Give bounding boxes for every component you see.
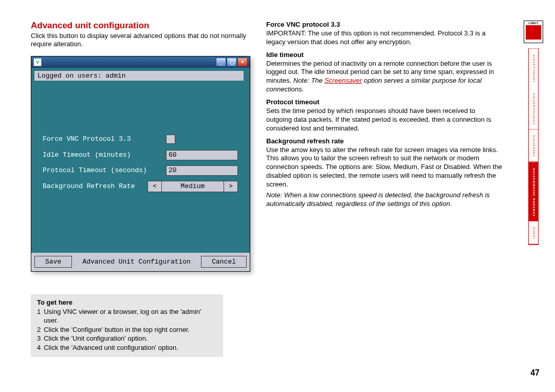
section-title: Advanced unit configuration xyxy=(31,21,252,31)
desc-idle-timeout: Idle timeout Determines the period of in… xyxy=(266,51,503,94)
logged-on-users: Logged on users: admin xyxy=(34,71,244,81)
cancel-button[interactable]: Cancel xyxy=(201,256,247,268)
window-bottom-bar: Save Advanced Unit Configuration Cancel xyxy=(31,253,250,271)
minimize-button[interactable]: _ xyxy=(216,58,226,67)
row-idle-timeout: Idle Timeout (minutes) xyxy=(43,150,238,160)
help-title: To get here xyxy=(37,298,217,306)
label-force-vnc: Force VNC Protocol 3.3 xyxy=(43,135,166,143)
row-force-vnc: Force VNC Protocol 3.3 xyxy=(43,135,238,144)
row-refresh-rate: Background Refresh Rate < Medium > xyxy=(43,181,238,192)
nav-configuration[interactable]: configuration xyxy=(529,87,538,130)
refresh-rate-value: Medium xyxy=(162,181,224,192)
arrow-left-icon[interactable]: < xyxy=(147,181,162,192)
help-step: 2Click the 'Configure' button in the top… xyxy=(37,325,217,334)
window-titlebar: V _ ▢ × xyxy=(31,57,250,68)
input-idle-timeout[interactable] xyxy=(166,150,238,160)
help-step: 3Click the 'Unit configuration' option. xyxy=(37,334,217,343)
label-refresh-rate: Background Refresh Rate xyxy=(43,182,147,190)
checkbox-force-vnc[interactable] xyxy=(166,135,175,144)
close-button[interactable]: × xyxy=(237,58,248,67)
row-protocol-timeout: Protocol Timeout (seconds) xyxy=(43,165,238,176)
vnc-icon: V xyxy=(33,58,42,66)
nav-installation[interactable]: installation xyxy=(529,49,538,87)
screensaver-link[interactable]: Screensaver xyxy=(324,77,362,84)
nav-operation[interactable]: operation xyxy=(529,129,538,162)
help-step: 4Click the 'Advanced unit configuration'… xyxy=(37,343,217,352)
save-button[interactable]: Save xyxy=(34,256,72,268)
brand-logo: LINDY xyxy=(524,21,543,43)
desc-refresh-rate: Background refresh rate Use the arrow ke… xyxy=(266,137,503,209)
label-idle-timeout: Idle Timeout (minutes) xyxy=(43,151,166,159)
label-protocol-timeout: Protocol Timeout (seconds) xyxy=(43,166,166,174)
help-step: 1Using VNC viewer or a browser, log on a… xyxy=(37,307,217,325)
window-caption: Advanced Unit Configuration xyxy=(72,258,201,266)
desc-protocol-timeout: Protocol timeout Sets the time period by… xyxy=(266,98,503,133)
help-box: To get here 1Using VNC viewer or a brows… xyxy=(31,294,223,358)
nav-index[interactable]: index xyxy=(529,221,538,245)
arrow-right-icon[interactable]: > xyxy=(224,181,238,192)
side-nav: LINDY installation configuration operati… xyxy=(527,21,540,245)
nav-further-information[interactable]: further information xyxy=(529,162,538,222)
input-protocol-timeout[interactable] xyxy=(166,165,238,176)
page-number: 47 xyxy=(530,368,540,378)
section-intro: Click this button to display several adv… xyxy=(31,32,252,49)
config-window: V _ ▢ × Logged on users: admin Force VNC… xyxy=(31,56,250,272)
maximize-button[interactable]: ▢ xyxy=(227,58,237,67)
desc-force-vnc: Force VNC protocol 3.3 IMPORTANT: The us… xyxy=(266,21,503,47)
